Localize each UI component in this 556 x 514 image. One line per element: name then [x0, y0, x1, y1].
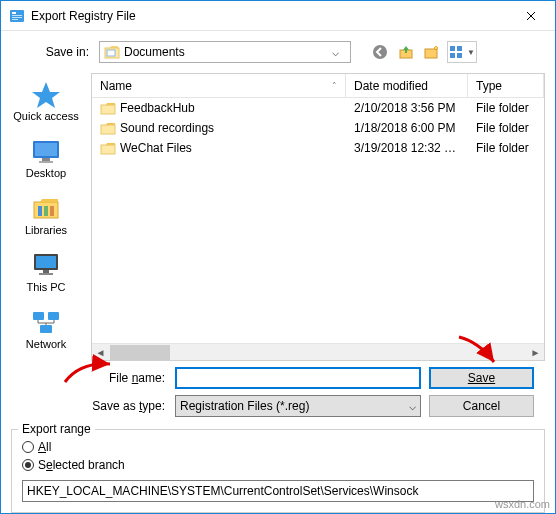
svg-rect-31 — [101, 125, 115, 134]
filename-input[interactable] — [175, 367, 421, 389]
save-button[interactable]: Save — [429, 367, 534, 389]
svg-rect-2 — [12, 15, 22, 16]
scroll-thumb[interactable] — [110, 345, 170, 360]
desktop-icon — [30, 137, 62, 165]
up-button[interactable] — [395, 41, 417, 63]
dropdown-arrow-icon: ▼ — [467, 48, 475, 57]
savein-combo[interactable]: Documents ⌵ — [99, 41, 351, 63]
libraries-icon — [30, 194, 62, 222]
column-headers: Name˄ Date modified Type — [92, 74, 544, 98]
scroll-left-button[interactable]: ◄ — [92, 344, 109, 361]
radio-icon — [22, 459, 34, 471]
regedit-icon — [9, 8, 25, 24]
savein-value: Documents — [124, 45, 332, 59]
place-this-pc[interactable]: This PC — [6, 245, 86, 298]
back-button[interactable] — [369, 41, 391, 63]
svg-rect-30 — [101, 105, 115, 114]
chevron-down-icon: ⌵ — [409, 399, 416, 413]
scroll-right-button[interactable]: ► — [527, 344, 544, 361]
svg-rect-12 — [457, 46, 462, 51]
this-pc-icon — [30, 251, 62, 279]
back-icon — [372, 44, 388, 60]
table-row[interactable]: Sound recordings1/18/2018 6:00 PMFile fo… — [92, 118, 544, 138]
svg-rect-14 — [457, 53, 462, 58]
svg-rect-9 — [425, 49, 437, 58]
svg-rect-24 — [36, 256, 56, 268]
export-range-legend: Export range — [18, 422, 95, 436]
column-type[interactable]: Type — [468, 74, 544, 97]
chevron-down-icon: ⌵ — [332, 45, 346, 59]
svg-rect-26 — [39, 273, 53, 275]
quick-access-icon — [30, 80, 62, 108]
savein-row: Save in: Documents ⌵ ▼ — [1, 31, 555, 69]
folder-icon — [100, 141, 116, 155]
svg-rect-17 — [42, 158, 50, 161]
svg-rect-22 — [50, 206, 54, 216]
documents-icon — [104, 45, 120, 59]
file-rows[interactable]: FeedbackHub2/10/2018 3:56 PMFile folderS… — [92, 98, 544, 343]
cancel-button[interactable]: Cancel — [429, 395, 534, 417]
table-row[interactable]: FeedbackHub2/10/2018 3:56 PMFile folder — [92, 98, 544, 118]
view-menu-button[interactable]: ▼ — [447, 41, 477, 63]
export-range-group: Export range All Selected branch — [11, 429, 545, 513]
form-section: File name: Save Save as type: Registrati… — [1, 361, 555, 423]
savein-label: Save in: — [11, 45, 93, 59]
svg-rect-13 — [450, 53, 455, 58]
view-icon — [449, 45, 465, 59]
sort-asc-icon: ˄ — [332, 81, 337, 91]
branch-input[interactable] — [22, 480, 534, 502]
svg-rect-20 — [38, 206, 42, 216]
close-button[interactable] — [508, 2, 553, 30]
svg-rect-32 — [101, 145, 115, 154]
svg-rect-1 — [12, 12, 16, 14]
titlebar: Export Registry File — [1, 1, 555, 31]
svg-rect-28 — [48, 312, 59, 320]
svg-rect-16 — [35, 143, 57, 156]
horizontal-scrollbar[interactable]: ◄ ► — [92, 343, 544, 360]
window-title: Export Registry File — [31, 9, 508, 23]
radio-icon — [22, 441, 34, 453]
svg-rect-11 — [450, 46, 455, 51]
radio-selected-branch[interactable]: Selected branch — [22, 458, 534, 472]
svg-rect-18 — [39, 161, 53, 163]
svg-point-10 — [435, 47, 437, 49]
radio-all[interactable]: All — [22, 440, 534, 454]
svg-rect-6 — [107, 50, 115, 56]
svg-point-7 — [373, 45, 387, 59]
place-network[interactable]: Network — [6, 302, 86, 355]
svg-rect-27 — [33, 312, 44, 320]
svg-rect-29 — [40, 325, 52, 333]
folder-icon — [100, 101, 116, 115]
new-folder-button[interactable] — [421, 41, 443, 63]
up-folder-icon — [398, 44, 414, 60]
table-row[interactable]: WeChat Files3/19/2018 12:32 PMFile folde… — [92, 138, 544, 158]
export-registry-dialog: Export Registry File Save in: Documents … — [0, 0, 556, 514]
svg-rect-4 — [12, 19, 18, 20]
folder-icon — [100, 121, 116, 135]
svg-rect-3 — [12, 17, 22, 18]
place-quick-access[interactable]: Quick access — [6, 75, 86, 128]
close-icon — [526, 11, 536, 21]
savetype-label: Save as type: — [1, 399, 175, 413]
filename-label: File name: — [1, 371, 175, 385]
toolbar-icons: ▼ — [369, 41, 477, 63]
new-folder-icon — [424, 44, 440, 60]
places-bar: Quick access Desktop Libraries This PC N… — [1, 69, 91, 361]
column-name[interactable]: Name˄ — [92, 74, 346, 97]
file-list: Name˄ Date modified Type FeedbackHub2/10… — [91, 73, 545, 361]
place-libraries[interactable]: Libraries — [6, 189, 86, 242]
svg-rect-21 — [44, 206, 48, 216]
svg-rect-25 — [43, 270, 49, 273]
savetype-combo[interactable]: Registration Files (*.reg) ⌵ — [175, 395, 421, 417]
column-date[interactable]: Date modified — [346, 74, 468, 97]
place-desktop[interactable]: Desktop — [6, 132, 86, 185]
network-icon — [30, 308, 62, 336]
body: Quick access Desktop Libraries This PC N… — [1, 69, 555, 361]
watermark: wsxdn.com — [495, 498, 550, 510]
